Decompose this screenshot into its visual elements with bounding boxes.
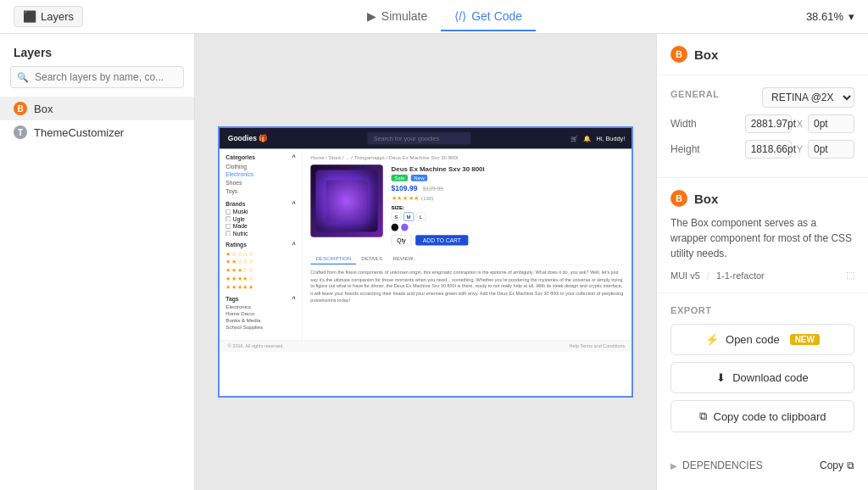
- copy-code-button[interactable]: ⧉ Copy code to clipboard: [670, 400, 854, 432]
- export-section: EXPORT ⚡ Open code NEW ⬇ Download code ⧉…: [657, 293, 868, 451]
- new-badge: New: [411, 175, 428, 181]
- component-title: Box: [694, 47, 718, 62]
- top-bar-left: ⬛ Layers: [14, 6, 83, 27]
- export-label: EXPORT: [670, 305, 854, 315]
- box-desc-icon: B: [670, 190, 687, 207]
- code-icon: ⟨/⟩: [454, 9, 466, 23]
- product-actions: Qty ADD TO CART: [392, 235, 626, 245]
- component-icon: B: [670, 46, 687, 63]
- preview-body: Categories ^ Clothing Electronics Shoes …: [220, 148, 633, 340]
- code-snippet-icon[interactable]: ⬚: [846, 270, 854, 281]
- tab-description[interactable]: DESCRIPTION: [310, 253, 356, 264]
- sidebar-item-theme-customizer[interactable]: T ThemeCustomizer: [0, 120, 194, 144]
- layers-icon: ⬛: [23, 10, 36, 23]
- tab-simulate[interactable]: ▶ Simulate: [353, 3, 441, 31]
- preview-nav-icons: 🛒🔔Hi, Buddy!: [570, 135, 625, 142]
- download-icon: ⬇: [716, 371, 726, 384]
- product-sizes: S M L: [392, 212, 626, 220]
- qty-input[interactable]: Qty: [392, 235, 412, 245]
- copy-dep-icon: ⧉: [847, 459, 854, 471]
- preview-sidebar: Categories ^ Clothing Electronics Shoes …: [220, 148, 303, 340]
- product-image: [310, 164, 382, 237]
- mui-tag: MUI v5: [670, 270, 700, 281]
- color-purple[interactable]: [401, 224, 409, 231]
- height-value: 1818.66pt: [745, 140, 792, 159]
- product-tabs: DESCRIPTION DETAILS REVIEW: [310, 253, 625, 264]
- x-value: 0pt: [808, 114, 854, 133]
- height-label: Height: [670, 143, 700, 155]
- top-bar-center: ▶ Simulate ⟨/⟩ Get Code: [353, 3, 536, 31]
- width-label: Width: [670, 118, 697, 130]
- preview-header: Goodies 🎁 🛒🔔Hi, Buddy!: [220, 128, 633, 148]
- product-price: $109.99: [392, 184, 418, 192]
- search-icon: 🔍: [17, 72, 29, 83]
- preview-footer: © 2016. All rights reserved. Help Terms …: [220, 340, 633, 352]
- size-label: SIZE:: [392, 205, 626, 211]
- product-description: Crafted from the finest components of un…: [310, 270, 625, 304]
- color-black[interactable]: [392, 224, 399, 231]
- sidebar-item-box[interactable]: B Box: [0, 97, 194, 120]
- footer-links: Help Terms and Conditions: [569, 343, 625, 348]
- tab-review[interactable]: REVIEW: [387, 253, 418, 264]
- product-title: Deus Ex Machine Sxv 30 800i: [392, 164, 626, 172]
- size-m[interactable]: M: [403, 212, 414, 220]
- open-code-button[interactable]: ⚡ Open code NEW: [670, 324, 854, 355]
- box-description-section: B Box The Box component serves as a wrap…: [657, 178, 868, 293]
- box-layer-icon: B: [14, 102, 27, 115]
- top-bar: ⬛ Layers ▶ Simulate ⟨/⟩ Get Code 38.61% …: [0, 0, 868, 34]
- footer-text: © 2016. All rights reserved.: [228, 343, 284, 348]
- copy-button[interactable]: Copy ⧉: [820, 459, 854, 471]
- y-label: Y: [797, 144, 803, 154]
- product-price-old: $129.99: [423, 186, 443, 192]
- add-to-cart-button[interactable]: ADD TO CART: [415, 235, 468, 245]
- dependencies-label: DEPENDENCIES: [682, 459, 763, 471]
- dep-arrow-icon[interactable]: ▶: [670, 461, 677, 471]
- width-value: 2881.97pt: [745, 114, 792, 133]
- refactor-tag: 1-1-refactor: [716, 270, 765, 281]
- breadcrumb: Home / Store / ... / Thingamajigs / Deus…: [310, 155, 625, 161]
- tab-details[interactable]: DETAILS: [356, 253, 387, 264]
- general-label: GENERAL: [670, 89, 720, 99]
- main-layout: Layers 🔍 B Box T ThemeCustomizer Goodies…: [0, 34, 868, 490]
- copy-icon: ⧉: [699, 409, 707, 423]
- new-badge: NEW: [790, 334, 820, 345]
- preview-logo: Goodies 🎁: [228, 134, 268, 142]
- dependencies-row: ▶ DEPENDENCIES Copy ⧉: [657, 451, 868, 480]
- tab-get-code[interactable]: ⟨/⟩ Get Code: [441, 3, 536, 31]
- sidebar-search-wrapper: 🔍: [10, 66, 184, 88]
- play-icon: ▶: [367, 9, 376, 23]
- download-code-button[interactable]: ⬇ Download code: [670, 362, 854, 393]
- canvas-area: Goodies 🎁 🛒🔔Hi, Buddy! Categories ^ Clot…: [195, 34, 656, 490]
- size-s[interactable]: S: [392, 212, 401, 220]
- zoom-control[interactable]: 38.61% ▾: [806, 10, 854, 23]
- layers-label: Layers: [41, 10, 74, 23]
- retina-select[interactable]: RETINA @2X: [762, 87, 854, 108]
- box-layer-label: Box: [34, 103, 53, 115]
- sale-badge: Sale: [392, 175, 409, 181]
- theme-layer-label: ThemeCustomizer: [34, 126, 124, 139]
- component-header-section: B Box: [657, 34, 868, 75]
- x-label: X: [797, 119, 803, 129]
- product-colors: [392, 224, 626, 231]
- layers-button[interactable]: ⬛ Layers: [14, 6, 83, 27]
- box-description: The Box component serves as a wrapper co…: [670, 215, 854, 261]
- right-panel: B Box GENERAL RETINA @2X Width 2881.97pt…: [656, 34, 868, 490]
- preview-main: Home / Store / ... / Thingamajigs / Deus…: [303, 148, 633, 340]
- general-section: GENERAL RETINA @2X Width 2881.97pt X 0pt…: [657, 75, 868, 178]
- size-l[interactable]: L: [416, 212, 426, 220]
- chevron-down-icon: ▾: [849, 10, 854, 23]
- canvas-frame: Goodies 🎁 🛒🔔Hi, Buddy! Categories ^ Clot…: [218, 126, 633, 398]
- y-value: 0pt: [808, 140, 854, 159]
- search-input[interactable]: [10, 66, 184, 88]
- sidebar: Layers 🔍 B Box T ThemeCustomizer: [0, 34, 195, 490]
- preview-search: [367, 132, 470, 145]
- product-info: Deus Ex Machine Sxv 30 800i Sale New $10…: [392, 164, 626, 245]
- product-stars: ★★★★★ (130): [392, 195, 626, 203]
- theme-layer-icon: T: [14, 125, 27, 139]
- lightning-icon: ⚡: [705, 333, 719, 346]
- sidebar-title: Layers: [0, 34, 194, 66]
- zoom-value: 38.61%: [806, 10, 843, 23]
- box-desc-title: Box: [694, 192, 718, 206]
- panel-tags: MUI v5 / 1-1-refactor ⬚: [670, 270, 854, 281]
